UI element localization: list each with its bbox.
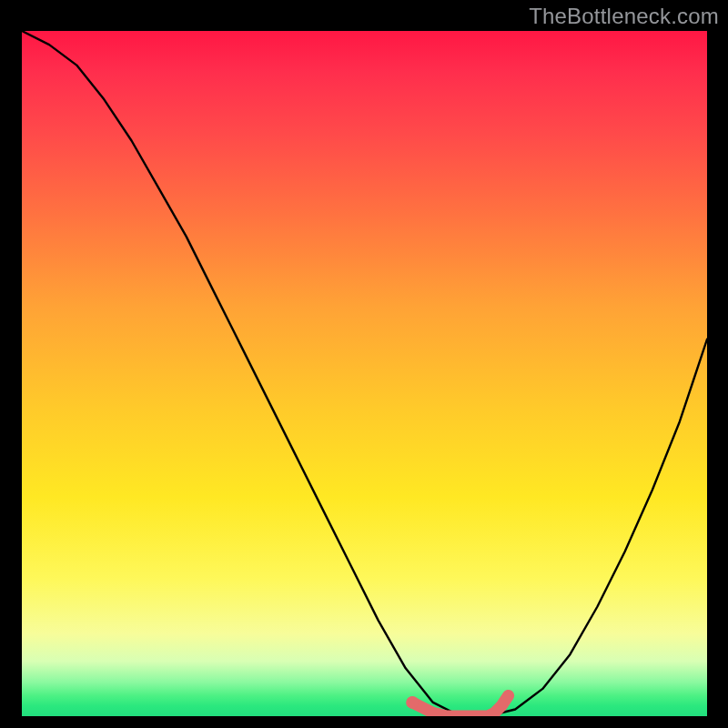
- optimal-zone-start-dot: [406, 696, 419, 709]
- chart-svg: [22, 31, 707, 716]
- attribution-label: TheBottleneck.com: [529, 4, 719, 29]
- optimal-zone: [412, 695, 508, 716]
- plot-area: [22, 31, 707, 716]
- bottleneck-curve: [22, 31, 707, 716]
- chart-stage: TheBottleneck.com: [0, 0, 728, 728]
